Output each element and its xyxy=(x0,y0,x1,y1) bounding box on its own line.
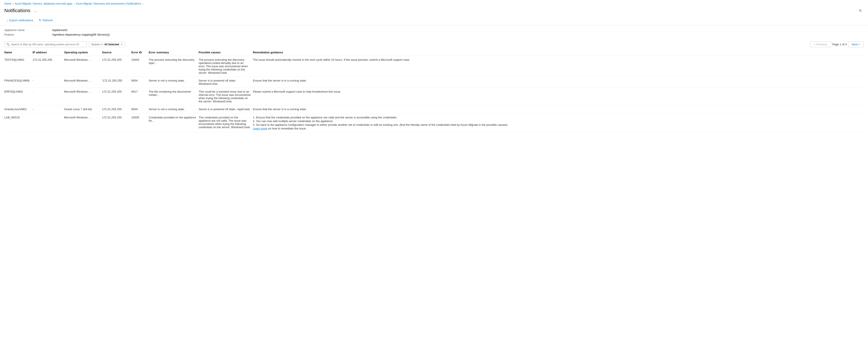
pagination: < Previous Page 1 of 4 Next > xyxy=(810,41,864,47)
cell-error-id: 10003 xyxy=(131,56,149,77)
cell-ip: 172.31.255.255 xyxy=(33,56,64,77)
source-filter-value: All Selected xyxy=(104,43,119,46)
cell-source: 172.31.255.255 xyxy=(102,56,131,77)
search-box[interactable]: 🔍 xyxy=(4,41,87,47)
cell-os: Microsoft Windows ... xyxy=(64,77,102,88)
cell-error-id: 9004 xyxy=(131,77,149,88)
cell-name: ERPSQLVM02 xyxy=(4,88,33,105)
cell-remediation: Please submit a Microsoft support case t… xyxy=(253,88,864,105)
cell-ip xyxy=(33,114,64,132)
cell-error-summary: The file containing the discovered metad… xyxy=(149,88,198,105)
col-header-source: Source xyxy=(102,49,131,56)
table-row: FINANCESQLVM06-Microsoft Windows ...'172… xyxy=(4,77,864,88)
table-container: Name IP address Operating system Source … xyxy=(0,49,868,132)
table-body: TESTSQLVM01172.31.255.255Microsoft Windo… xyxy=(4,56,864,132)
source-filter-label: Source == xyxy=(91,43,103,46)
export-label: Export notifications xyxy=(9,19,33,22)
export-notifications-button[interactable]: ↓ Export notifications xyxy=(4,18,35,23)
cell-os: Oracle Linux 7 (64-bit) xyxy=(64,105,102,114)
cell-remediation: The issue should automatically resolve i… xyxy=(253,56,864,77)
cell-name: OracleLinuxVM01 xyxy=(4,105,33,114)
col-header-name: Name xyxy=(4,49,33,56)
col-header-errorid: Error ID xyxy=(131,49,149,56)
appliance-name-label: Appliance name xyxy=(4,28,52,32)
cell-error-summary: Server is not a running state. xyxy=(149,77,198,88)
cell-source: '172.31.255.255 xyxy=(102,77,131,88)
cell-error-summary: Credentials provided on the appliance fo… xyxy=(149,114,198,132)
cell-name: FINANCESQLVM06 xyxy=(4,77,33,88)
cell-possible-causes: The credentials provided on the applianc… xyxy=(198,114,253,132)
feature-value: Agentless dependency mapping(66 Server(s… xyxy=(52,33,110,36)
cell-possible-causes: Server is in powered off state.: Windows… xyxy=(198,77,253,88)
more-options-button[interactable]: ... xyxy=(33,8,38,13)
cell-error-id: 10005 xyxy=(131,114,149,132)
table-row: LAB_WSUSMicrosoft Windows ...172.31.255.… xyxy=(4,114,864,132)
source-filter-clear[interactable]: ✕ xyxy=(121,43,123,46)
table-row: ERPSQLVM02.Microsoft Windows ...172.31.2… xyxy=(4,88,864,105)
cell-possible-causes: The process executing the discovery oper… xyxy=(198,56,253,77)
col-header-causes: Possible causes xyxy=(198,49,253,56)
cell-source: 172.31.255.255 xyxy=(102,114,131,132)
breadcrumb: Home › Azure Migrate | Servers, database… xyxy=(0,0,868,6)
page-header: Notifications ... ✕ xyxy=(0,6,868,16)
breadcrumb-servers[interactable]: Azure Migrate | Servers, databases and w… xyxy=(15,2,72,5)
feature-label: Feature xyxy=(4,33,52,36)
filter-bar: 🔍 Source == All Selected ✕ < Previous Pa… xyxy=(0,40,868,49)
cell-remediation: Ensure that the server is in a running s… xyxy=(253,77,864,88)
source-filter-badge[interactable]: Source == All Selected ✕ xyxy=(89,42,125,47)
search-icon: 🔍 xyxy=(6,43,10,46)
cell-ip: - xyxy=(33,77,64,88)
table-row: OracleLinuxVM01-Oracle Linux 7 (64-bit)1… xyxy=(4,105,864,114)
page-info: Page 1 of 4 xyxy=(832,43,847,46)
cell-os: Microsoft Windows ... xyxy=(64,88,102,105)
appliance-name-value: Appliance01 xyxy=(52,28,68,32)
export-icon: ↓ xyxy=(6,19,8,22)
cell-error-id: 9017 xyxy=(131,88,149,105)
col-header-remediation: Remediation guidance xyxy=(253,49,864,56)
cell-remediation: 1. Ensure that the credentials provided … xyxy=(253,114,864,132)
refresh-button[interactable]: ↻ Refresh xyxy=(37,18,55,23)
cell-possible-causes: Server is in powered off state.: AppCred… xyxy=(198,105,253,114)
learn-more-link[interactable]: Learn more xyxy=(253,127,267,130)
toolbar: ↓ Export notifications ↻ Refresh xyxy=(0,16,868,25)
refresh-label: Refresh xyxy=(43,19,53,22)
table-header: Name IP address Operating system Source … xyxy=(4,49,864,56)
cell-ip: . xyxy=(33,88,64,105)
meta-section: Appliance name Appliance01 Feature Agent… xyxy=(0,25,868,40)
cell-error-summary: The process executing the discovery oper… xyxy=(149,56,198,77)
notifications-table: Name IP address Operating system Source … xyxy=(4,49,864,132)
cell-name: LAB_WSUS xyxy=(4,114,33,132)
col-header-os: Operating system xyxy=(64,49,102,56)
cell-ip: - xyxy=(33,105,64,114)
table-row: TESTSQLVM01172.31.255.255Microsoft Windo… xyxy=(4,56,864,77)
cell-error-summary: Server is not a running state. xyxy=(149,105,198,114)
col-header-ip: IP address xyxy=(33,49,64,56)
breadcrumb-notifications[interactable]: Azure Migrate: Discovery and assessment … xyxy=(76,2,141,5)
cell-os: Microsoft Windows ... xyxy=(64,56,102,77)
cell-error-id: 9004 xyxy=(131,105,149,114)
close-button[interactable]: ✕ xyxy=(857,7,864,14)
cell-source: 172.31.255.255 xyxy=(102,105,131,114)
next-button[interactable]: Next > xyxy=(848,41,864,47)
cell-os: Microsoft Windows ... xyxy=(64,114,102,132)
refresh-icon: ↻ xyxy=(39,19,41,22)
search-input[interactable] xyxy=(11,43,85,46)
breadcrumb-home[interactable]: Home xyxy=(4,2,11,5)
cell-possible-causes: This could be a transient issue due to a… xyxy=(198,88,253,105)
col-header-errsum: Error summary xyxy=(149,49,198,56)
page-title: Notifications xyxy=(4,8,30,13)
cell-name: TESTSQLVM01 xyxy=(4,56,33,77)
cell-source: 172.31.255.255 xyxy=(102,88,131,105)
previous-button[interactable]: < Previous xyxy=(810,41,831,47)
cell-remediation: Ensure that the server is in a running s… xyxy=(253,105,864,114)
